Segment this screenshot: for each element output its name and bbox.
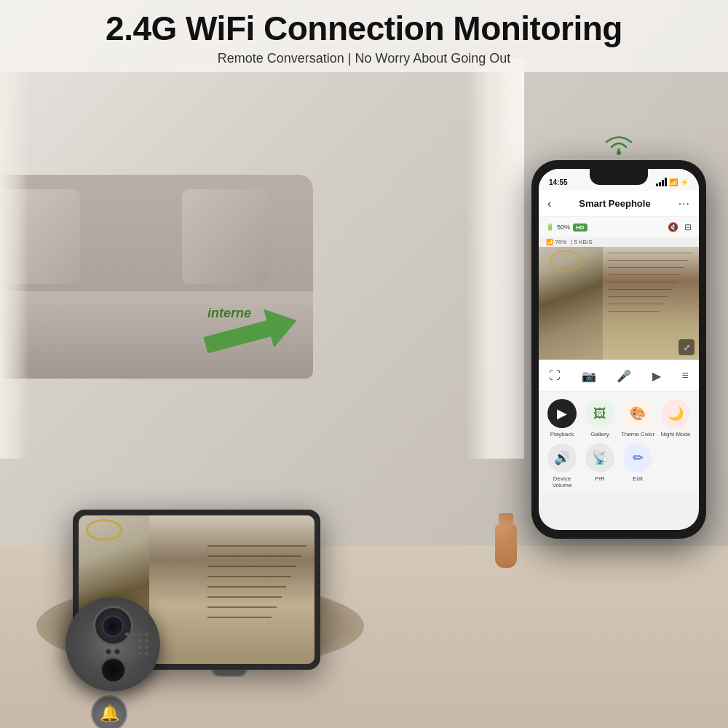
status-icons-right: 🔇 ⊟ — [668, 222, 692, 232]
mute-icon: 🔇 — [668, 222, 678, 232]
edit-label: Edit — [633, 475, 643, 482]
phone-notch — [590, 169, 648, 185]
battery-icon: 🔋 — [546, 223, 554, 231]
stair-lines — [207, 545, 306, 657]
camera-feed: ⤢ — [539, 247, 699, 360]
wifi-icon-status: 📶 — [669, 178, 678, 186]
svg-point-1 — [617, 151, 621, 155]
edit-icon-circle: ✏ — [623, 443, 652, 472]
sensor-2 — [114, 649, 120, 654]
mic-button[interactable]: 🎤 — [617, 369, 631, 383]
monitor-chandelier — [86, 519, 130, 548]
vase — [495, 513, 517, 568]
monitor-staircase — [149, 515, 314, 664]
vase-neck — [499, 513, 513, 524]
curtain-left — [0, 58, 29, 459]
camera-lens-inner — [102, 615, 124, 637]
device-container: 🔔 — [73, 510, 320, 670]
snapshot-button[interactable]: 📷 — [582, 369, 596, 383]
phone-screen: 14:55 📶 ⚡ ‹ Smart Peephole ··· — [539, 169, 699, 530]
chandelier-circle — [86, 519, 122, 541]
curtain-right — [466, 58, 524, 459]
video-icon: ▶ — [652, 369, 661, 383]
theme-label: Theme Color — [621, 431, 654, 438]
hd-badge: HD — [573, 223, 587, 232]
menu-icon: ≡ — [681, 369, 688, 382]
pir-item[interactable]: 📡 PIR — [582, 443, 617, 488]
wifi-percent: 📶 76% — [546, 239, 566, 245]
pir-icon-circle: 📡 — [585, 443, 614, 472]
page-subtitle: Remote Conversation | No Worry About Goi… — [0, 51, 728, 66]
camera-unit — [66, 597, 160, 692]
battery-pct: 50% — [557, 223, 570, 231]
video-button[interactable]: ▶ — [652, 369, 661, 383]
wifi-speed-row: 📶 76% | 5 KB/S — [539, 237, 699, 247]
status-icons: 📶 ⚡ — [656, 178, 689, 186]
night-mode-label: Night Mode — [661, 431, 691, 438]
playback-icon-circle: ▶ — [547, 399, 577, 428]
playback-label: Playback — [550, 431, 574, 438]
edit-item[interactable]: ✏ Edit — [620, 443, 655, 488]
signal-bars — [656, 178, 667, 186]
empty-item — [658, 443, 693, 488]
record-icon: ⊟ — [684, 222, 692, 232]
speaker-dots — [125, 633, 149, 657]
internet-label: interne — [207, 306, 251, 321]
volume-icon-circle: 🔊 — [547, 443, 577, 472]
device-volume-item[interactable]: 🔊 Device Volume — [545, 443, 579, 488]
camera-sensors — [106, 649, 120, 654]
night-mode-item[interactable]: 🌙 Night Mode — [658, 399, 693, 438]
pir-label: PIR — [595, 475, 604, 482]
sensor-1 — [106, 649, 111, 654]
speed-label: | 5 KB/S — [571, 239, 592, 245]
sofa-cushion-right — [182, 189, 269, 284]
app-header: ‹ Smart Peephole ··· — [539, 191, 699, 217]
wifi-indicator-icon — [601, 131, 637, 162]
phone-time: 14:55 — [549, 178, 568, 186]
more-button[interactable]: ··· — [678, 197, 690, 210]
vase-body — [495, 524, 517, 568]
app-icons-row1: ▶ Playback 🖼 Gallery 🎨 Theme Color 🌙 Nig… — [539, 392, 699, 440]
gallery-label: Gallery — [590, 431, 609, 438]
control-bar: ⛶ 📷 🎤 ▶ ≡ — [539, 360, 699, 392]
menu-button[interactable]: ≡ — [681, 369, 688, 382]
camera-icon: 📷 — [582, 369, 596, 383]
fullscreen-icon: ⛶ — [549, 369, 561, 382]
camera-bottom-lens — [100, 657, 126, 683]
empty-circle — [661, 443, 690, 472]
header: 2.4G WiFi Connection Monitoring Remote C… — [0, 0, 728, 72]
page-title: 2.4G WiFi Connection Monitoring — [0, 9, 728, 48]
app-title: Smart Peephole — [579, 198, 650, 209]
status-row: 🔋 50% HD 🔇 ⊟ — [539, 217, 699, 237]
gallery-item[interactable]: 🖼 Gallery — [582, 399, 617, 438]
mic-icon: 🎤 — [617, 369, 631, 383]
expand-button[interactable]: ⤢ — [678, 339, 695, 355]
gallery-icon-circle: 🖼 — [585, 399, 614, 428]
theme-color-item[interactable]: 🎨 Theme Color — [620, 399, 655, 438]
cv-chandelier — [550, 250, 582, 272]
back-button[interactable]: ‹ — [547, 197, 551, 210]
theme-icon-circle: 🎨 — [623, 399, 652, 428]
app-icons-row2: 🔊 Device Volume 📡 PIR ✏ Edit — [539, 440, 699, 494]
fullscreen-button[interactable]: ⛶ — [549, 369, 561, 382]
volume-label: Device Volume — [545, 475, 579, 488]
battery-icon-status: ⚡ — [680, 178, 689, 186]
playback-item[interactable]: ▶ Playback — [545, 399, 579, 438]
bell-button[interactable]: 🔔 — [91, 695, 127, 728]
battery-badge: 🔋 50% HD — [546, 223, 587, 232]
phone: 14:55 📶 ⚡ ‹ Smart Peephole ··· — [531, 160, 706, 539]
night-mode-icon-circle: 🌙 — [661, 399, 690, 428]
phone-container: 14:55 📶 ⚡ ‹ Smart Peephole ··· — [531, 160, 706, 539]
